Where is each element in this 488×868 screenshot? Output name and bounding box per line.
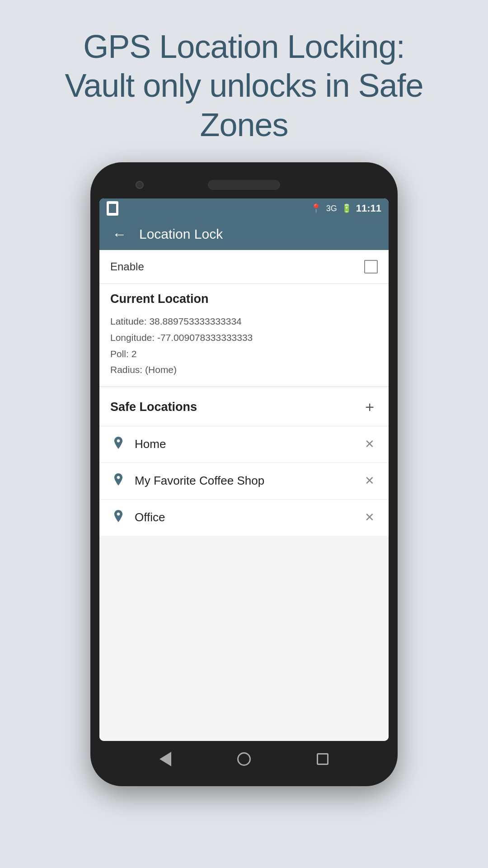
location-name-coffee-shop: My Favorite Coffee Shop bbox=[135, 474, 353, 488]
phone-camera bbox=[136, 181, 144, 189]
enable-checkbox[interactable] bbox=[364, 260, 378, 274]
battery-icon: 🔋 bbox=[342, 203, 352, 213]
gps-status-icon: 📍 bbox=[310, 203, 322, 214]
signal-icon: 3G bbox=[326, 204, 337, 213]
phone-device: 📍 3G 🔋 11:11 ← Location Lock Enable Curr… bbox=[90, 162, 398, 786]
longitude-value: Longitude: -77.009078333333333 bbox=[110, 330, 378, 346]
location-name-home: Home bbox=[135, 437, 353, 451]
nav-home-button[interactable] bbox=[237, 752, 251, 766]
status-time: 11:11 bbox=[356, 203, 381, 214]
toolbar-title: Location Lock bbox=[139, 226, 223, 242]
list-item: Home ✕ bbox=[99, 426, 389, 463]
status-bar: 📍 3G 🔋 11:11 bbox=[99, 198, 389, 218]
current-location-title: Current Location bbox=[110, 292, 378, 306]
status-right: 📍 3G 🔋 11:11 bbox=[310, 203, 381, 214]
nav-back-button[interactable] bbox=[160, 752, 171, 766]
app-toolbar: ← Location Lock bbox=[99, 218, 389, 250]
phone-screen: 📍 3G 🔋 11:11 ← Location Lock Enable Curr… bbox=[99, 198, 389, 741]
pin-icon bbox=[110, 473, 127, 489]
latitude-value: Latitude: 38.889753333333334 bbox=[110, 313, 378, 330]
nav-recents-button[interactable] bbox=[317, 753, 328, 765]
remove-office-button[interactable]: ✕ bbox=[361, 509, 378, 526]
location-name-office: Office bbox=[135, 510, 353, 524]
status-left bbox=[107, 201, 118, 216]
app-content: Enable Current Location Latitude: 38.889… bbox=[99, 250, 389, 741]
remove-coffee-shop-button[interactable]: ✕ bbox=[361, 473, 378, 489]
back-button[interactable]: ← bbox=[108, 222, 130, 246]
pin-icon bbox=[110, 436, 127, 453]
safe-locations-title: Safe Locations bbox=[110, 400, 197, 414]
radius-value: Radius: (Home) bbox=[110, 362, 378, 378]
phone-speaker bbox=[208, 180, 280, 190]
enable-label: Enable bbox=[110, 260, 144, 273]
poll-value: Poll: 2 bbox=[110, 346, 378, 362]
enable-row: Enable bbox=[99, 250, 389, 284]
phone-top-bar bbox=[99, 171, 389, 198]
pin-icon bbox=[110, 509, 127, 526]
phone-bottom-bar bbox=[99, 741, 389, 777]
page-title: GPS Location Locking: Vault only unlocks… bbox=[0, 0, 488, 162]
app-icon bbox=[107, 201, 118, 216]
safe-locations-section: Safe Locations + Home ✕ bbox=[99, 388, 389, 536]
remove-home-button[interactable]: ✕ bbox=[361, 436, 378, 453]
add-location-button[interactable]: + bbox=[361, 396, 378, 418]
current-location-section: Current Location Latitude: 38.8897533333… bbox=[99, 284, 389, 387]
list-item: Office ✕ bbox=[99, 500, 389, 536]
list-item: My Favorite Coffee Shop ✕ bbox=[99, 463, 389, 500]
safe-locations-header: Safe Locations + bbox=[99, 388, 389, 426]
